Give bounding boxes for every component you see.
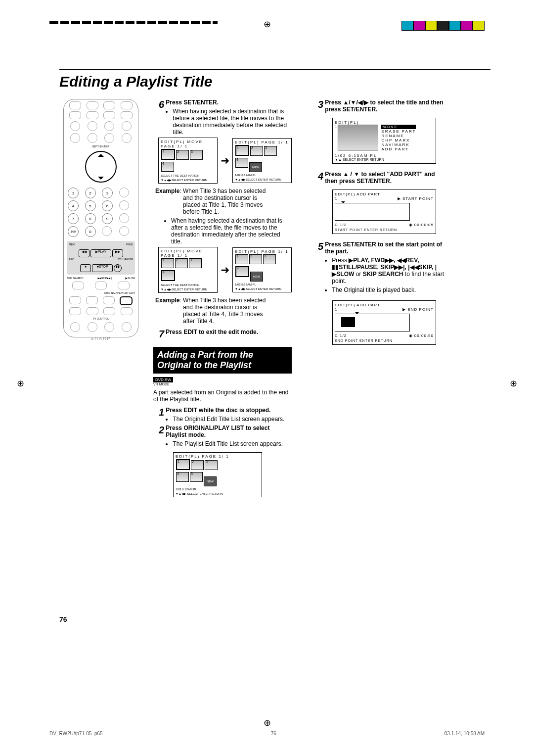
osc-playlist-list: EDIT(PL) PAGE 1/ 1 123 45NEW 1/02 6:12AM… — [173, 452, 262, 497]
step-1-number: 1 — [153, 407, 164, 418]
osc-result-before: EDIT(PL) PAGE 1/ 1 123 4NEW 1/02 6:12AM … — [232, 138, 292, 183]
brand-label: SHARP — [64, 336, 138, 341]
arrow-icon: ➜ — [221, 264, 229, 277]
step-3-number: 3 — [312, 99, 323, 110]
dpad-icon — [85, 151, 117, 183]
page-title: Editing a Playlist Title — [59, 73, 490, 90]
section-heading: Adding a Part from the Original to the P… — [153, 347, 292, 374]
gutter-arrow-left: ⊕ — [17, 378, 24, 389]
footer: DV_RW2U#p71-85 .p65 76 03.1.14, 10:58 AM — [49, 731, 485, 736]
step-4-number: 4 — [312, 171, 323, 182]
step-5-number: 5 — [312, 241, 323, 252]
page-number: 76 — [59, 615, 67, 623]
osc-end-point: EDIT(PL) ADD PART 1▶ END POINT C 1/2◉ 00… — [332, 300, 436, 345]
arrow-icon: ➜ — [221, 154, 229, 167]
osc-edit-menu: EDIT(PL) 1 MOVEERASE PARTRENAMECHP MARKN… — [332, 118, 436, 164]
crop-target-icon: ⊕ — [264, 19, 271, 30]
osc-move-before: EDIT(PL) MOVE PAGE 1/ 1 123 4 SELECT THE… — [158, 138, 218, 184]
dvd-rw-badge: DVD RW — [153, 377, 173, 382]
crop-target-bottom-icon: ⊕ — [264, 717, 271, 728]
column-right: 3 Press ▲/▼/◀/▶ to select the title and … — [312, 99, 451, 345]
osc-result-after: EDIT(PL) PAGE 1/ 1 123 4NEW 1/02 6:12AM … — [232, 247, 292, 292]
osc-start-point: EDIT(PL) ADD PART 1▶ START POINT C 1/2◉ … — [332, 189, 436, 234]
osc-move-after: EDIT(PL) MOVE PAGE 1/ 1 123 4 SELECT THE… — [158, 247, 218, 293]
column-middle: 6 Press SET/ENTER. When having selected … — [153, 99, 292, 497]
step-2-number: 2 — [153, 425, 164, 436]
step-6-number: 6 — [153, 99, 164, 110]
step-7-number: 7 — [153, 329, 164, 340]
remote-control: SET/ ENTER 123 456 789 1000 REVFWD ◀◀▶PL… — [63, 99, 138, 337]
gutter-arrow-right: ⊕ — [510, 378, 517, 389]
